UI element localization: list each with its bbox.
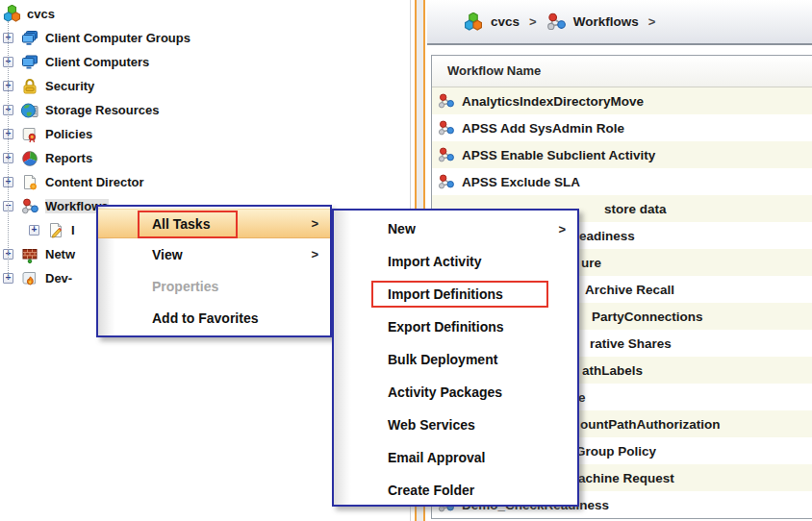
breadcrumb-item-cvcs[interactable]: cvcs (464, 12, 520, 32)
workflow-molecule-icon (546, 12, 568, 32)
client-computers-icon (20, 54, 39, 71)
workflow-row[interactable]: AnalyticsIndexDirectoryMove (432, 87, 812, 114)
menu-item-add-to-favorites[interactable]: Add to Favorites (98, 302, 330, 334)
tree-item-label: Dev- (45, 271, 72, 285)
workflow-name: APSS Add SysAdmin Role (462, 121, 624, 136)
workflow-name-fragment: eadiness (579, 229, 635, 243)
tree-item-label: Security (45, 79, 94, 93)
tree-item-label: Netw (45, 247, 75, 261)
breadcrumb-separator: > (648, 14, 656, 29)
menu-item-import-activity[interactable]: Import Activity (334, 245, 577, 278)
storage-globe-icon (20, 102, 39, 119)
tree-item-label: Content Director (45, 175, 144, 189)
commcell-console-window: cvcs+ Client Computer Groups+ Client Com… (0, 0, 812, 521)
menu-item-web-services[interactable]: Web Services (334, 409, 577, 441)
workflow-name-fragment: achine Request (578, 471, 674, 485)
workflow-molecule-icon (438, 174, 454, 190)
workflow-molecule-icon (20, 198, 39, 215)
workflow-name-fragment: Group Policy (575, 444, 656, 459)
pie-chart-icon (20, 150, 39, 167)
breadcrumb: cvcs> Workflows> (427, 0, 812, 45)
workflow-name-fragment: Archive Recall (585, 283, 674, 297)
tree-item-security[interactable]: + Security (0, 74, 409, 98)
policy-scroll-icon (20, 126, 39, 143)
tree-item-label: Reports (45, 151, 92, 165)
column-header-workflow-name[interactable]: Workflow Name (432, 56, 812, 87)
workflow-name-fragment: athLabels (582, 363, 643, 378)
document-pencil-icon (46, 222, 65, 239)
menu-item-properties: Properties (98, 270, 330, 302)
menu-item-view[interactable]: View> (98, 238, 330, 270)
menu-item-label: Bulk Deployment (388, 352, 497, 367)
tree-item-client-computer-groups[interactable]: + Client Computer Groups (0, 26, 409, 50)
workflow-name-fragment: e (578, 390, 586, 405)
lock-icon (20, 78, 39, 95)
submenu-arrow-icon: > (311, 247, 318, 261)
workflow-name-fragment: ure (581, 256, 601, 270)
menu-item-label: Export Definitions (388, 319, 504, 335)
tree-item-label: Policies (45, 127, 92, 141)
workflow-name-fragment: PartyConnections (592, 310, 703, 324)
menu-item-activity-packages[interactable]: Activity Packages (334, 376, 577, 409)
menu-item-all-tasks[interactable]: All Tasks> (98, 209, 330, 238)
tree-item-storage-resources[interactable]: + Storage Resources (0, 98, 409, 122)
cvcs-hexagons-icon (464, 12, 485, 32)
submenu-arrow-icon: > (558, 222, 566, 236)
menu-item-create-folder[interactable]: Create Folder (334, 474, 577, 507)
menu-item-label: New (388, 221, 416, 236)
menu-item-bulk-deployment[interactable]: Bulk Deployment (334, 343, 577, 376)
workflow-name: APSS Exclude SLA (462, 175, 580, 189)
tree-connector-line (8, 21, 9, 279)
tree-item-label: Client Computer Groups (45, 31, 190, 45)
menu-item-label: Import Definitions (388, 286, 503, 302)
menu-item-label: Activity Packages (388, 385, 502, 400)
all-tasks-submenu: New>Import ActivityImport DefinitionsExp… (332, 209, 579, 507)
menu-item-label: Import Activity (388, 254, 482, 269)
workflow-name: AnalyticsIndexDirectoryMove (462, 94, 644, 109)
workflow-name: APSS Enable Subclient Activity (462, 148, 655, 162)
tree-item-policies[interactable]: + Policies (0, 122, 409, 146)
workflow-molecule-icon (438, 93, 454, 110)
menu-item-label: All Tasks (152, 216, 210, 232)
context-menu: All Tasks>View>PropertiesAdd to Favorite… (96, 205, 332, 337)
submenu-arrow-icon: > (311, 216, 318, 231)
menu-item-label: Add to Favorites (152, 310, 258, 326)
menu-item-label: Properties (152, 279, 218, 294)
document-gear-icon (20, 174, 39, 191)
tree-item-label: I (71, 223, 75, 237)
menu-item-export-definitions[interactable]: Export Definitions (334, 310, 577, 343)
flame-scroll-icon (20, 270, 39, 287)
workflow-molecule-icon (438, 120, 454, 136)
workflow-name-fragment: rative Shares (590, 336, 672, 351)
menu-item-label: Create Folder (388, 483, 474, 498)
tree-item-cvcs[interactable]: cvcs (0, 2, 409, 26)
breadcrumb-label: cvcs (491, 14, 520, 29)
tree-item-label: Storage Resources (45, 103, 160, 117)
breadcrumb-label: Workflows (573, 14, 639, 29)
menu-item-label: Web Services (388, 417, 475, 433)
firewall-icon (20, 246, 39, 263)
expand-plus-icon[interactable]: + (29, 225, 39, 236)
breadcrumb-item-workflows[interactable]: Workflows (546, 12, 639, 32)
tree-item-label: cvcs (27, 7, 55, 21)
client-computer-groups-icon (20, 30, 39, 47)
menu-item-label: Email Approval (388, 450, 485, 465)
menu-item-new[interactable]: New> (334, 212, 577, 245)
menu-item-import-definitions[interactable]: Import Definitions (334, 278, 577, 310)
cvcs-hexagons-icon (2, 6, 21, 23)
tree-item-label: Client Computers (45, 55, 149, 69)
workflow-molecule-icon (438, 147, 454, 163)
workflow-name-fragment: ountPathAuthorization (580, 417, 720, 432)
tree-item-client-computers[interactable]: + Client Computers (0, 50, 409, 74)
tree-item-reports[interactable]: + Reports (0, 146, 409, 170)
workflow-name-fragment: store data (604, 202, 667, 216)
menu-item-label: View (152, 247, 183, 262)
tree-item-content-director[interactable]: + Content Director (0, 170, 409, 194)
menu-item-email-approval[interactable]: Email Approval (334, 441, 577, 474)
workflow-row[interactable]: APSS Exclude SLA (432, 168, 812, 195)
workflow-row[interactable]: APSS Add SysAdmin Role (432, 114, 812, 141)
breadcrumb-separator: > (529, 14, 537, 29)
workflow-row[interactable]: APSS Enable Subclient Activity (432, 141, 812, 168)
